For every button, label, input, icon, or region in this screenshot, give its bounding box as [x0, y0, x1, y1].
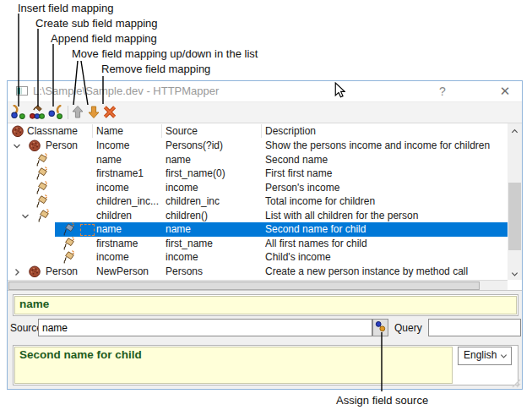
append-field-mapping-icon [48, 105, 63, 119]
cell-source: children_inc [166, 194, 263, 209]
insert-field-mapping-button[interactable] [11, 105, 28, 122]
cell-description: Show the persons income and income for c… [265, 139, 507, 153]
cell-description: Second name for child [265, 222, 507, 237]
language-dropdown[interactable]: English [458, 347, 512, 365]
field-title: name [14, 296, 517, 314]
field-mapping-tag-icon [35, 167, 48, 180]
toolbar [8, 101, 522, 123]
cell-description: Total income for children [265, 194, 507, 209]
move-up-icon [72, 105, 84, 119]
resize-grip[interactable] [511, 378, 521, 388]
table-row[interactable]: children children() List with all childr… [8, 209, 508, 223]
description-title: Second name for child [14, 347, 453, 384]
cell-name: Income [96, 139, 163, 153]
cell-name: children [96, 209, 163, 223]
table-row[interactable]: income income Child's income [8, 250, 508, 265]
annotation-remove-field-mapping: Remove field mapping [101, 63, 210, 75]
scroll-up-icon [511, 128, 518, 135]
append-field-mapping-button[interactable] [48, 105, 65, 122]
assign-field-source-button[interactable] [372, 319, 388, 336]
field-mapping-tag-icon [36, 209, 50, 222]
class-icon [28, 265, 41, 278]
cell-source: income [166, 181, 263, 195]
create-sub-field-mapping-button[interactable] [30, 105, 46, 122]
source-input[interactable] [38, 319, 372, 336]
help-button[interactable]: ? [433, 84, 452, 99]
column-name[interactable]: Name [96, 123, 163, 139]
column-divider [92, 124, 93, 138]
move-field-mapping-down-button[interactable] [88, 105, 105, 122]
cell-description: All first names for child [265, 237, 507, 251]
chevron-right-icon[interactable] [13, 268, 21, 276]
table-row[interactable]: children_inc... children_inc Total incom… [8, 194, 508, 209]
field-mapping-tag-icon [35, 194, 48, 208]
table-row[interactable]: income income Person's income [8, 181, 508, 195]
table-row[interactable]: Person Income Persons(?id) Show the pers… [8, 139, 508, 153]
remove-field-mapping-icon [103, 105, 117, 119]
query-label: Query [394, 322, 422, 334]
cell-name: firstname1 [96, 167, 163, 181]
cell-classname: Person [46, 139, 92, 153]
focus-rect [80, 224, 95, 236]
title-bar: L:\Sample\Sample.dev - HTTPMapper ? ✕ [8, 81, 522, 101]
vertical-scrollbar-thumb[interactable] [508, 183, 521, 250]
table-row[interactable]: Person NewPerson Persons Create a new pe… [8, 265, 508, 279]
chevron-down-icon[interactable] [13, 142, 21, 150]
cell-name: name [96, 222, 163, 237]
insert-field-mapping-icon [11, 105, 26, 119]
class-icon [11, 124, 24, 138]
column-divider [261, 124, 262, 138]
field-mapping-tag-icon [62, 250, 75, 264]
scroll-down-icon [511, 271, 518, 278]
horizontal-scrollbar[interactable] [8, 280, 508, 290]
create-sub-field-mapping-icon [30, 105, 45, 119]
field-mapping-tag-icon [62, 237, 75, 250]
column-description[interactable]: Description [265, 123, 507, 139]
annotation-assign-field-source: Assign field source [336, 394, 428, 407]
cell-name: NewPerson [96, 265, 163, 279]
column-classname[interactable]: Classname [27, 123, 90, 139]
detail-panel: name Source Query Second name for child … [8, 290, 522, 389]
field-title-banner: name [13, 294, 518, 316]
column-divider [161, 124, 162, 138]
table-row-selected[interactable]: name name Second name for child [8, 222, 508, 237]
column-source[interactable]: Source [166, 123, 263, 139]
scroll-up-button[interactable] [508, 123, 522, 137]
toolbar-separator [68, 106, 68, 119]
cell-description: List with all children for the person [265, 209, 507, 223]
cell-description: Second name [265, 153, 507, 167]
mouse-cursor [334, 82, 345, 99]
cell-name: name [96, 153, 163, 167]
horizontal-scrollbar-thumb[interactable] [8, 282, 480, 290]
cell-source: name [166, 222, 263, 237]
cell-source: Persons(?id) [166, 139, 263, 153]
language-value: English [464, 349, 497, 361]
list-header: Classname Name Source Description [8, 123, 508, 139]
annotation-move-field-mapping: Move field mapping up/down in the list [72, 47, 258, 60]
cell-source: first_name(0) [166, 167, 263, 181]
field-mapping-list: Classname Name Source Description Person… [8, 123, 522, 290]
table-row[interactable]: name name Second name [8, 153, 508, 167]
cell-classname: Person [46, 265, 92, 279]
table-row[interactable]: firstname1 first_name(0) First first nam… [8, 167, 508, 181]
cell-name: income [96, 181, 163, 195]
cell-source: Persons [166, 265, 263, 279]
chevron-down-icon [500, 353, 508, 360]
annotation-append-field-mapping: Append field mapping [51, 32, 157, 45]
cell-name: firstname [96, 237, 163, 251]
remove-field-mapping-button[interactable] [103, 105, 120, 122]
class-icon [28, 139, 41, 152]
cell-source: children() [166, 209, 263, 223]
cell-source: first_name [166, 237, 263, 251]
close-button[interactable]: ✕ [496, 84, 514, 99]
query-input[interactable] [428, 319, 521, 336]
cell-source: income [166, 250, 263, 265]
table-row[interactable]: firstname first_name All first names for… [8, 237, 508, 251]
app-icon [16, 86, 28, 96]
description-box: Second name for child English [13, 345, 518, 385]
chevron-down-icon[interactable] [21, 212, 30, 221]
vertical-scrollbar[interactable] [508, 123, 522, 280]
move-field-mapping-up-button[interactable] [72, 105, 89, 122]
assign-field-source-icon [375, 320, 386, 332]
scroll-down-button[interactable] [508, 266, 522, 280]
